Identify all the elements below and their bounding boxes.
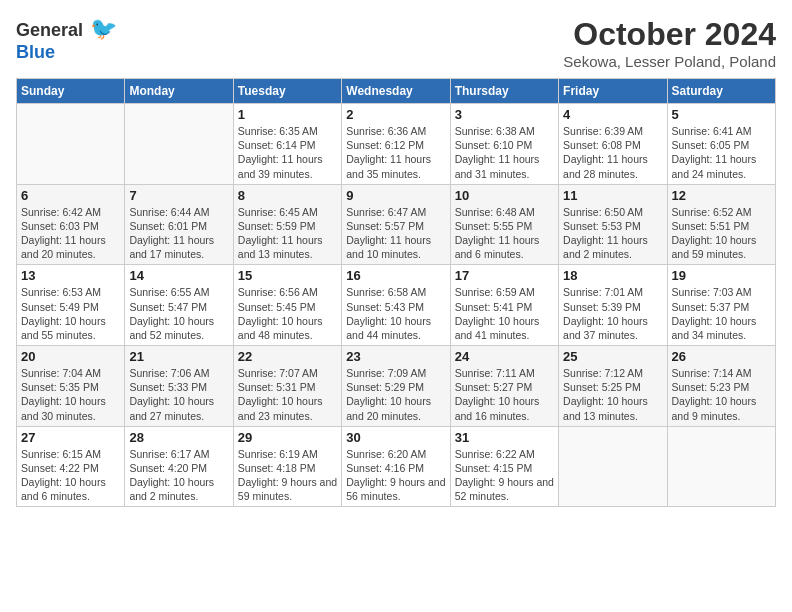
day-number: 16 xyxy=(346,268,445,283)
day-of-week-header: Monday xyxy=(125,79,233,104)
day-number: 5 xyxy=(672,107,771,122)
calendar-table: SundayMondayTuesdayWednesdayThursdayFrid… xyxy=(16,78,776,507)
calendar-cell xyxy=(559,426,667,507)
day-detail: Sunrise: 6:50 AM Sunset: 5:53 PM Dayligh… xyxy=(563,205,662,262)
day-number: 10 xyxy=(455,188,554,203)
day-of-week-header: Sunday xyxy=(17,79,125,104)
day-detail: Sunrise: 6:36 AM Sunset: 6:12 PM Dayligh… xyxy=(346,124,445,181)
calendar-cell: 22Sunrise: 7:07 AM Sunset: 5:31 PM Dayli… xyxy=(233,346,341,427)
calendar-cell: 13Sunrise: 6:53 AM Sunset: 5:49 PM Dayli… xyxy=(17,265,125,346)
title-area: October 2024 Sekowa, Lesser Poland, Pola… xyxy=(563,16,776,70)
calendar-cell: 16Sunrise: 6:58 AM Sunset: 5:43 PM Dayli… xyxy=(342,265,450,346)
calendar-cell xyxy=(667,426,775,507)
day-number: 14 xyxy=(129,268,228,283)
calendar-cell: 6Sunrise: 6:42 AM Sunset: 6:03 PM Daylig… xyxy=(17,184,125,265)
calendar-cell: 12Sunrise: 6:52 AM Sunset: 5:51 PM Dayli… xyxy=(667,184,775,265)
day-number: 22 xyxy=(238,349,337,364)
day-detail: Sunrise: 6:48 AM Sunset: 5:55 PM Dayligh… xyxy=(455,205,554,262)
day-detail: Sunrise: 6:44 AM Sunset: 6:01 PM Dayligh… xyxy=(129,205,228,262)
day-detail: Sunrise: 7:03 AM Sunset: 5:37 PM Dayligh… xyxy=(672,285,771,342)
day-detail: Sunrise: 6:56 AM Sunset: 5:45 PM Dayligh… xyxy=(238,285,337,342)
page-header: General 🐦 Blue October 2024 Sekowa, Less… xyxy=(16,16,776,70)
day-of-week-header: Wednesday xyxy=(342,79,450,104)
day-number: 9 xyxy=(346,188,445,203)
day-number: 4 xyxy=(563,107,662,122)
calendar-cell: 7Sunrise: 6:44 AM Sunset: 6:01 PM Daylig… xyxy=(125,184,233,265)
day-detail: Sunrise: 6:45 AM Sunset: 5:59 PM Dayligh… xyxy=(238,205,337,262)
day-number: 13 xyxy=(21,268,120,283)
logo-general: General xyxy=(16,20,83,40)
day-detail: Sunrise: 7:01 AM Sunset: 5:39 PM Dayligh… xyxy=(563,285,662,342)
calendar-cell: 26Sunrise: 7:14 AM Sunset: 5:23 PM Dayli… xyxy=(667,346,775,427)
day-number: 7 xyxy=(129,188,228,203)
day-number: 28 xyxy=(129,430,228,445)
day-of-week-header: Tuesday xyxy=(233,79,341,104)
day-number: 26 xyxy=(672,349,771,364)
calendar-cell: 15Sunrise: 6:56 AM Sunset: 5:45 PM Dayli… xyxy=(233,265,341,346)
day-number: 2 xyxy=(346,107,445,122)
day-number: 1 xyxy=(238,107,337,122)
day-of-week-header: Thursday xyxy=(450,79,558,104)
day-detail: Sunrise: 7:09 AM Sunset: 5:29 PM Dayligh… xyxy=(346,366,445,423)
calendar-cell: 30Sunrise: 6:20 AM Sunset: 4:16 PM Dayli… xyxy=(342,426,450,507)
day-of-week-header: Friday xyxy=(559,79,667,104)
day-detail: Sunrise: 6:55 AM Sunset: 5:47 PM Dayligh… xyxy=(129,285,228,342)
logo: General 🐦 Blue xyxy=(16,16,117,63)
calendar-cell: 17Sunrise: 6:59 AM Sunset: 5:41 PM Dayli… xyxy=(450,265,558,346)
day-detail: Sunrise: 6:58 AM Sunset: 5:43 PM Dayligh… xyxy=(346,285,445,342)
calendar-cell: 25Sunrise: 7:12 AM Sunset: 5:25 PM Dayli… xyxy=(559,346,667,427)
calendar-week-row: 1Sunrise: 6:35 AM Sunset: 6:14 PM Daylig… xyxy=(17,104,776,185)
day-detail: Sunrise: 6:41 AM Sunset: 6:05 PM Dayligh… xyxy=(672,124,771,181)
day-number: 27 xyxy=(21,430,120,445)
day-number: 18 xyxy=(563,268,662,283)
logo-blue: Blue xyxy=(16,42,55,62)
calendar-week-row: 20Sunrise: 7:04 AM Sunset: 5:35 PM Dayli… xyxy=(17,346,776,427)
day-detail: Sunrise: 6:20 AM Sunset: 4:16 PM Dayligh… xyxy=(346,447,445,504)
calendar-cell: 18Sunrise: 7:01 AM Sunset: 5:39 PM Dayli… xyxy=(559,265,667,346)
calendar-cell: 14Sunrise: 6:55 AM Sunset: 5:47 PM Dayli… xyxy=(125,265,233,346)
day-number: 6 xyxy=(21,188,120,203)
day-number: 23 xyxy=(346,349,445,364)
calendar-cell: 28Sunrise: 6:17 AM Sunset: 4:20 PM Dayli… xyxy=(125,426,233,507)
day-detail: Sunrise: 6:35 AM Sunset: 6:14 PM Dayligh… xyxy=(238,124,337,181)
calendar-cell: 23Sunrise: 7:09 AM Sunset: 5:29 PM Dayli… xyxy=(342,346,450,427)
calendar-cell: 4Sunrise: 6:39 AM Sunset: 6:08 PM Daylig… xyxy=(559,104,667,185)
calendar-cell: 11Sunrise: 6:50 AM Sunset: 5:53 PM Dayli… xyxy=(559,184,667,265)
calendar-header-row: SundayMondayTuesdayWednesdayThursdayFrid… xyxy=(17,79,776,104)
day-detail: Sunrise: 6:42 AM Sunset: 6:03 PM Dayligh… xyxy=(21,205,120,262)
day-number: 29 xyxy=(238,430,337,445)
day-number: 12 xyxy=(672,188,771,203)
day-number: 3 xyxy=(455,107,554,122)
day-detail: Sunrise: 6:39 AM Sunset: 6:08 PM Dayligh… xyxy=(563,124,662,181)
day-detail: Sunrise: 6:47 AM Sunset: 5:57 PM Dayligh… xyxy=(346,205,445,262)
day-detail: Sunrise: 6:17 AM Sunset: 4:20 PM Dayligh… xyxy=(129,447,228,504)
calendar-cell xyxy=(125,104,233,185)
calendar-week-row: 13Sunrise: 6:53 AM Sunset: 5:49 PM Dayli… xyxy=(17,265,776,346)
day-detail: Sunrise: 6:59 AM Sunset: 5:41 PM Dayligh… xyxy=(455,285,554,342)
calendar-cell: 9Sunrise: 6:47 AM Sunset: 5:57 PM Daylig… xyxy=(342,184,450,265)
day-detail: Sunrise: 7:07 AM Sunset: 5:31 PM Dayligh… xyxy=(238,366,337,423)
day-number: 24 xyxy=(455,349,554,364)
day-detail: Sunrise: 6:19 AM Sunset: 4:18 PM Dayligh… xyxy=(238,447,337,504)
day-detail: Sunrise: 6:38 AM Sunset: 6:10 PM Dayligh… xyxy=(455,124,554,181)
day-detail: Sunrise: 7:14 AM Sunset: 5:23 PM Dayligh… xyxy=(672,366,771,423)
calendar-cell: 3Sunrise: 6:38 AM Sunset: 6:10 PM Daylig… xyxy=(450,104,558,185)
day-number: 21 xyxy=(129,349,228,364)
day-detail: Sunrise: 7:11 AM Sunset: 5:27 PM Dayligh… xyxy=(455,366,554,423)
calendar-cell: 10Sunrise: 6:48 AM Sunset: 5:55 PM Dayli… xyxy=(450,184,558,265)
day-number: 8 xyxy=(238,188,337,203)
calendar-cell: 5Sunrise: 6:41 AM Sunset: 6:05 PM Daylig… xyxy=(667,104,775,185)
calendar-cell: 24Sunrise: 7:11 AM Sunset: 5:27 PM Dayli… xyxy=(450,346,558,427)
calendar-cell: 19Sunrise: 7:03 AM Sunset: 5:37 PM Dayli… xyxy=(667,265,775,346)
subtitle: Sekowa, Lesser Poland, Poland xyxy=(563,53,776,70)
day-number: 20 xyxy=(21,349,120,364)
day-detail: Sunrise: 7:12 AM Sunset: 5:25 PM Dayligh… xyxy=(563,366,662,423)
day-number: 15 xyxy=(238,268,337,283)
calendar-cell: 2Sunrise: 6:36 AM Sunset: 6:12 PM Daylig… xyxy=(342,104,450,185)
day-detail: Sunrise: 7:06 AM Sunset: 5:33 PM Dayligh… xyxy=(129,366,228,423)
day-detail: Sunrise: 7:04 AM Sunset: 5:35 PM Dayligh… xyxy=(21,366,120,423)
day-detail: Sunrise: 6:53 AM Sunset: 5:49 PM Dayligh… xyxy=(21,285,120,342)
calendar-cell: 21Sunrise: 7:06 AM Sunset: 5:33 PM Dayli… xyxy=(125,346,233,427)
calendar-cell: 31Sunrise: 6:22 AM Sunset: 4:15 PM Dayli… xyxy=(450,426,558,507)
calendar-week-row: 6Sunrise: 6:42 AM Sunset: 6:03 PM Daylig… xyxy=(17,184,776,265)
